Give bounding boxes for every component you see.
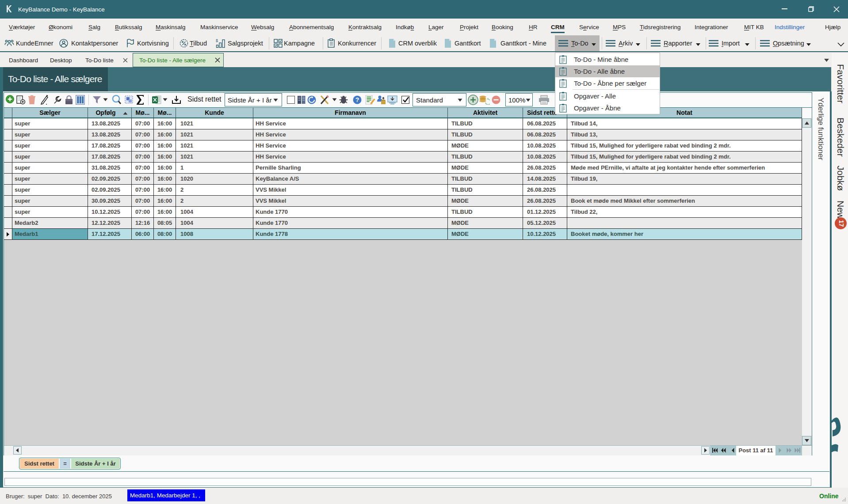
svg-text:?: ? bbox=[355, 96, 359, 103]
svg-text:$: $ bbox=[216, 38, 218, 43]
